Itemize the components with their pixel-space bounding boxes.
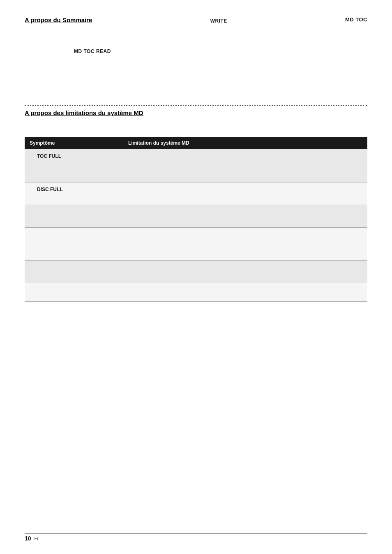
cell-limitation bbox=[123, 182, 367, 205]
limitations-table: Symptôme Limitation du système MD TOC FU… bbox=[25, 137, 367, 302]
cell-symptom bbox=[25, 205, 123, 227]
cell-limitation bbox=[123, 227, 367, 260]
limitations-table-section: Symptôme Limitation du système MD TOC FU… bbox=[25, 137, 367, 302]
cell-limitation bbox=[123, 205, 367, 227]
page-header: A propos du Sommaire WRITE MD TOC bbox=[25, 16, 367, 26]
cell-limitation bbox=[123, 260, 367, 283]
cell-limitation bbox=[123, 283, 367, 301]
language-indicator: Fr bbox=[35, 536, 39, 541]
table-row: DISC FULL bbox=[25, 182, 367, 205]
page: A propos du Sommaire WRITE MD TOC MD TOC… bbox=[0, 0, 392, 554]
cell-limitation bbox=[123, 149, 367, 182]
cell-symptom: DISC FULL bbox=[25, 182, 123, 205]
table-row bbox=[25, 260, 367, 283]
cell-symptom bbox=[25, 260, 123, 283]
footer-line bbox=[25, 533, 367, 533]
table-row: TOC FULL bbox=[25, 149, 367, 182]
col-symptome: Symptôme bbox=[25, 137, 123, 149]
table-row bbox=[25, 205, 367, 227]
cell-symptom: TOC FULL bbox=[25, 149, 123, 182]
header-center-label: WRITE bbox=[92, 16, 345, 24]
page-footer: 10 Fr bbox=[25, 533, 367, 542]
limitations-title: A propos des limitations du système MD bbox=[25, 109, 367, 116]
footer-bottom: 10 Fr bbox=[25, 535, 367, 542]
table-row bbox=[25, 283, 367, 301]
header-right-label: MD TOC bbox=[345, 16, 367, 23]
table-row bbox=[25, 227, 367, 260]
cell-symptom bbox=[25, 227, 123, 260]
md-toc-read-label: MD TOC READ bbox=[74, 48, 367, 54]
table-header-row: Symptôme Limitation du système MD bbox=[25, 137, 367, 149]
page-number: 10 bbox=[25, 535, 31, 542]
dotted-separator bbox=[25, 104, 367, 107]
col-limitation: Limitation du système MD bbox=[123, 137, 367, 149]
cell-symptom bbox=[25, 283, 123, 301]
header-title: A propos du Sommaire bbox=[25, 16, 92, 23]
